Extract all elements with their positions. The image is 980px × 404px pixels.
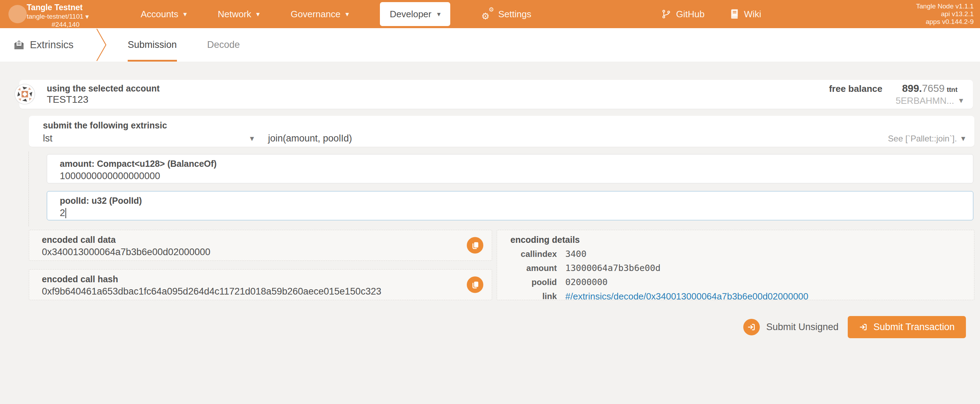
submit-transaction-button[interactable]: Submit Transaction [848, 316, 966, 338]
section-header: Extrinsics [13, 39, 73, 51]
account-selected[interactable]: using the selected account TEST123 [47, 83, 160, 105]
external-links: GitHub Wiki [661, 0, 761, 28]
param-poolid-label: poolId: u32 (PoolId) [60, 196, 973, 206]
param-poolid-value: 2 [60, 208, 973, 219]
account-address: 5ERBAHMN... [896, 95, 954, 106]
envelope-icon [13, 40, 25, 50]
chevron-down-icon: ▼ [961, 136, 965, 142]
copy-icon [471, 280, 480, 289]
main-content: using the selected account TEST123 free … [0, 62, 980, 404]
git-branch-icon [661, 9, 671, 19]
expand-account-icon[interactable]: ▼ [959, 97, 963, 104]
detail-key-amount: amount [511, 263, 557, 273]
nav-accounts[interactable]: Accounts▼ [141, 9, 187, 20]
copy-call-data-button[interactable] [467, 237, 483, 254]
best-block: #244,140 [27, 21, 80, 29]
pallet-select[interactable]: lst ▼ [43, 133, 254, 144]
tab-bar: Extrinsics Submission Decode [0, 28, 980, 62]
chevron-down-icon: ▼ [437, 11, 441, 17]
encoded-call-data-box: encoded call data 0x340013000064a7b3b6e0… [29, 230, 492, 261]
chain-logo[interactable] [8, 5, 27, 23]
param-indent-line [29, 152, 29, 226]
nav-network[interactable]: Network▼ [218, 9, 259, 20]
encoded-call-hash-box: encoded call hash 0xf9b640461a653dbac1fc… [29, 269, 492, 300]
chain-info[interactable]: Tangle Testnet tangle-testnet/1101 ▼ #24… [27, 2, 80, 29]
account-name: TEST123 [47, 94, 160, 105]
network-path[interactable]: tangle-testnet/1101 ▼ [27, 12, 80, 21]
gears-icon: ⚙⚙ [481, 8, 493, 20]
encoded-call-hash-value: 0xf9b640461a653dbac1fc64a095d264d4c11721… [42, 286, 492, 297]
free-balance-label: free balance [829, 83, 883, 94]
sign-in-icon [747, 323, 756, 332]
pallet-value: lst [43, 133, 52, 144]
submit-transaction-label: Submit Transaction [873, 322, 955, 332]
book-icon [730, 9, 739, 19]
wiki-link[interactable]: Wiki [730, 9, 761, 20]
top-header: Tangle Testnet tangle-testnet/1101 ▼ #24… [0, 0, 980, 28]
detail-value-poolid: 02000000 [565, 277, 974, 287]
account-label: using the selected account [47, 83, 160, 94]
chevron-down-icon: ▼ [183, 11, 187, 17]
version-info: Tangle Node v1.1.1 api v13.2.1 apps v0.1… [916, 2, 974, 26]
method-select[interactable]: join(amount, poolId) See [`Pallet::join`… [268, 133, 965, 144]
nav-developer-active[interactable]: Developer▼ [380, 2, 450, 26]
copy-icon [471, 241, 480, 250]
detail-value-callindex: 3400 [565, 249, 974, 259]
section-title: Extrinsics [30, 39, 73, 51]
encoded-call-data-label: encoded call data [42, 235, 492, 245]
tab-submission[interactable]: Submission [128, 28, 177, 62]
node-version: Tangle Node v1.1.1 [916, 2, 974, 10]
detail-value-amount: 13000064a7b3b6e00d [565, 263, 974, 273]
param-amount-label: amount: Compact<u128> (BalanceOf) [60, 159, 973, 169]
account-card: using the selected account TEST123 free … [19, 80, 973, 109]
nav-governance[interactable]: Governance▼ [291, 9, 349, 20]
sign-in-icon [859, 323, 868, 332]
param-amount-field[interactable]: amount: Compact<u128> (BalanceOf) 100000… [47, 154, 973, 184]
submit-unsigned-button[interactable]: Submit Unsigned [743, 319, 838, 335]
method-value: join(amount, poolId) [268, 133, 352, 144]
token-unit: ttnt [947, 86, 958, 93]
encoding-details-box: encoding details callindex 3400 amount 1… [497, 230, 974, 300]
action-row: Submit Unsigned Submit Transaction [743, 316, 966, 338]
detail-key-link: link [511, 291, 557, 302]
detail-key-callindex: callindex [511, 249, 557, 259]
tab-decode[interactable]: Decode [207, 28, 240, 62]
detail-key-poolid: poolid [511, 277, 557, 287]
apps-version: apps v0.144.2-9 [916, 18, 974, 26]
param-amount-value: 1000000000000000000 [60, 171, 973, 182]
api-version: api v13.2.1 [916, 10, 974, 18]
encoding-details-title: encoding details [511, 235, 974, 245]
text-cursor [65, 208, 66, 218]
chain-name: Tangle Testnet [27, 2, 80, 12]
extrinsic-card: submit the following extrinsic lst ▼ joi… [29, 116, 974, 147]
decode-link[interactable]: #/extrinsics/decode/0x340013000064a7b3b6… [565, 291, 808, 302]
method-doc: See [`Pallet::join`]. [888, 134, 957, 144]
chevron-divider-icon [95, 28, 107, 62]
encoded-call-data-value: 0x340013000064a7b3b6e00d02000000 [42, 247, 492, 258]
copy-call-hash-button[interactable] [467, 276, 483, 293]
free-balance-value: 899.7659ttnt [902, 83, 958, 94]
chevron-down-icon: ▼ [250, 136, 254, 142]
nav-settings[interactable]: ⚙⚙ Settings [481, 8, 531, 20]
chevron-down-icon: ▼ [256, 11, 259, 17]
encoded-call-hash-label: encoded call hash [42, 274, 492, 284]
chevron-down-icon: ▼ [86, 14, 89, 19]
submit-unsigned-label: Submit Unsigned [766, 322, 838, 332]
account-identicon[interactable] [14, 84, 35, 104]
chevron-down-icon: ▼ [345, 11, 349, 17]
account-balance-block: free balance 899.7659ttnt 5ERBAHMN... ▼ [829, 83, 968, 106]
github-link[interactable]: GitHub [661, 9, 705, 20]
main-nav: Accounts▼ Network▼ Governance▼ Developer… [141, 0, 531, 28]
param-poolid-field[interactable]: poolId: u32 (PoolId) 2 [47, 191, 973, 220]
app-root: Tangle Testnet tangle-testnet/1101 ▼ #24… [0, 0, 980, 404]
extrinsic-label: submit the following extrinsic [43, 120, 965, 131]
